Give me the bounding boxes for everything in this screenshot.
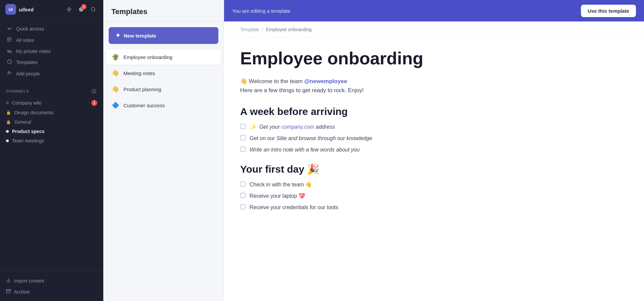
template-item-customer-success[interactable]: 🔷 Customer success xyxy=(106,98,221,113)
main-content: You are editing a template Use this temp… xyxy=(224,0,644,301)
sidebar-item-all-notes[interactable]: All notes xyxy=(3,35,101,46)
new-template-label: New template xyxy=(124,33,156,39)
workspace-name: uifeed xyxy=(19,7,62,12)
svg-rect-7 xyxy=(6,290,11,291)
checklist: Check in with the team 👋 Receive your la… xyxy=(240,181,628,212)
breadcrumb: Template / Employee onboarding xyxy=(224,21,644,38)
quick-access-icon: ↩ xyxy=(6,25,13,32)
sidebar-item-quick-access[interactable]: ↩ Quick access xyxy=(3,23,101,34)
header-icons: 1 xyxy=(64,5,98,14)
add-channel-button[interactable] xyxy=(91,88,97,95)
editing-label: You are editing a template xyxy=(232,8,290,14)
channel-name: Team meetings xyxy=(12,138,44,143)
company-link[interactable]: company.com xyxy=(281,124,314,130)
sidebar-item-add-people[interactable]: Add people xyxy=(3,68,101,79)
avatar: Ui xyxy=(5,4,16,15)
new-template-button[interactable]: ✦ New template xyxy=(109,27,218,44)
check-item: Receive your credentials for our tools xyxy=(240,203,628,212)
check-text: Receive your laptop 💝 xyxy=(250,192,305,200)
template-emoji: 🪴 xyxy=(111,53,119,61)
add-people-icon xyxy=(6,71,13,77)
section-heading: Your first day 🎉 xyxy=(240,163,628,175)
checkbox[interactable] xyxy=(240,124,246,129)
breadcrumb-current: Employee onboarding xyxy=(266,27,312,32)
checkbox[interactable] xyxy=(240,146,246,152)
check-item: Get on our Slite and browse through our … xyxy=(240,134,628,142)
channel-item-team-meetings[interactable]: Team meetings xyxy=(3,136,101,145)
check-item: Write an intro note with a few words abo… xyxy=(240,146,628,154)
check-text: Write an intro note with a few words abo… xyxy=(250,146,360,154)
template-name: Customer success xyxy=(123,103,165,108)
intro-mention: @newemployee xyxy=(304,78,347,84)
import-icon xyxy=(6,278,11,284)
channel-item-product-specs[interactable]: Product specs xyxy=(3,127,101,136)
channel-dot xyxy=(6,102,9,104)
document-intro: 👋 Welcome to the team @newemployee Here … xyxy=(240,77,628,95)
section-first-day: Your first day 🎉 Check in with the team … xyxy=(240,163,628,212)
channel-item-design-documents[interactable]: 🔒 Design documents xyxy=(3,108,101,117)
intro-line1: 👋 Welcome to the team @newemployee xyxy=(240,77,628,86)
channels-label: CHANNELS xyxy=(6,89,29,93)
private-notes-label: My private notes xyxy=(16,49,51,54)
middle-panel: Templates ✦ New template 🪴 Employee onbo… xyxy=(103,0,224,301)
channel-name: General xyxy=(14,119,31,125)
svg-point-1 xyxy=(91,7,95,11)
breadcrumb-separator: / xyxy=(262,27,263,32)
template-item-employee-onboarding[interactable]: 🪴 Employee onboarding xyxy=(106,49,221,65)
channel-badge: 1 xyxy=(91,100,97,106)
template-emoji: 👋 xyxy=(111,85,119,93)
document-title: Employee onboarding xyxy=(240,49,628,69)
channel-name: Product specs xyxy=(12,129,44,134)
search-icon-btn[interactable] xyxy=(89,5,98,14)
channel-item-company-wiki[interactable]: Company wiki 1 xyxy=(3,98,101,108)
lock-icon: 🔒 xyxy=(6,120,11,124)
all-notes-icon xyxy=(6,37,13,43)
sidebar-item-templates[interactable]: Templates xyxy=(3,57,101,68)
lightning-icon-btn[interactable] xyxy=(64,5,74,14)
archive-item[interactable]: Archive xyxy=(3,287,101,297)
svg-rect-2 xyxy=(8,38,11,42)
checkbox[interactable] xyxy=(240,181,246,187)
check-text: Get on our Slite and browse through our … xyxy=(250,134,372,142)
templates-icon xyxy=(6,59,13,65)
quick-access-label: Quick access xyxy=(16,26,44,32)
channel-item-general[interactable]: 🔒 General xyxy=(3,117,101,127)
private-notes-icon: Sa xyxy=(6,49,13,53)
import-content-item[interactable]: Import content xyxy=(3,276,101,286)
intro-greeting: 👋 Welcome to the team xyxy=(240,78,304,84)
top-bar: You are editing a template Use this temp… xyxy=(224,0,644,21)
import-label: Import content xyxy=(14,278,44,284)
checkbox[interactable] xyxy=(240,193,246,198)
archive-label: Archive xyxy=(14,289,30,295)
templates-label: Templates xyxy=(16,60,38,65)
intro-line2: Here are a few things to get ready to ro… xyxy=(240,86,628,95)
template-item-meeting-notes[interactable]: 👋 Meeting notes xyxy=(106,65,221,81)
svg-point-4 xyxy=(8,71,10,73)
section-heading: A week before arriving xyxy=(240,106,628,118)
all-notes-label: All notes xyxy=(16,38,34,43)
archive-icon xyxy=(6,289,11,295)
check-item: ✨ Get your company.com address xyxy=(240,123,628,131)
lock-icon: 🔒 xyxy=(6,110,11,115)
channels-header: CHANNELS xyxy=(3,86,101,97)
template-name: Product planning xyxy=(123,86,161,92)
sidebar-item-private-notes[interactable]: Sa My private notes xyxy=(3,46,101,56)
check-text: ✨ Get your company.com address xyxy=(250,123,335,131)
document-area: Employee onboarding 👋 Welcome to the tea… xyxy=(224,38,644,301)
template-list: 🪴 Employee onboarding 👋 Meeting notes 👋 … xyxy=(103,47,224,301)
use-template-button[interactable]: Use this template xyxy=(581,5,636,17)
breadcrumb-parent[interactable]: Template xyxy=(240,27,259,32)
template-item-product-planning[interactable]: 👋 Product planning xyxy=(106,81,221,97)
checklist: ✨ Get your company.com address Get on ou… xyxy=(240,123,628,154)
template-name: Meeting notes xyxy=(123,70,155,76)
template-name: Employee onboarding xyxy=(123,54,172,60)
middle-panel-title: Templates xyxy=(103,0,224,22)
sidebar: Ui uifeed 1 ↩ Quick access All notes xyxy=(0,0,103,301)
add-people-label: Add people xyxy=(16,71,40,76)
channel-dot xyxy=(6,130,9,133)
notifications-icon-btn[interactable]: 1 xyxy=(76,5,86,14)
section-week-before: A week before arriving ✨ Get your compan… xyxy=(240,106,628,154)
checkbox[interactable] xyxy=(240,204,246,209)
checkbox[interactable] xyxy=(240,135,246,140)
channel-name: Company wiki xyxy=(12,100,41,106)
